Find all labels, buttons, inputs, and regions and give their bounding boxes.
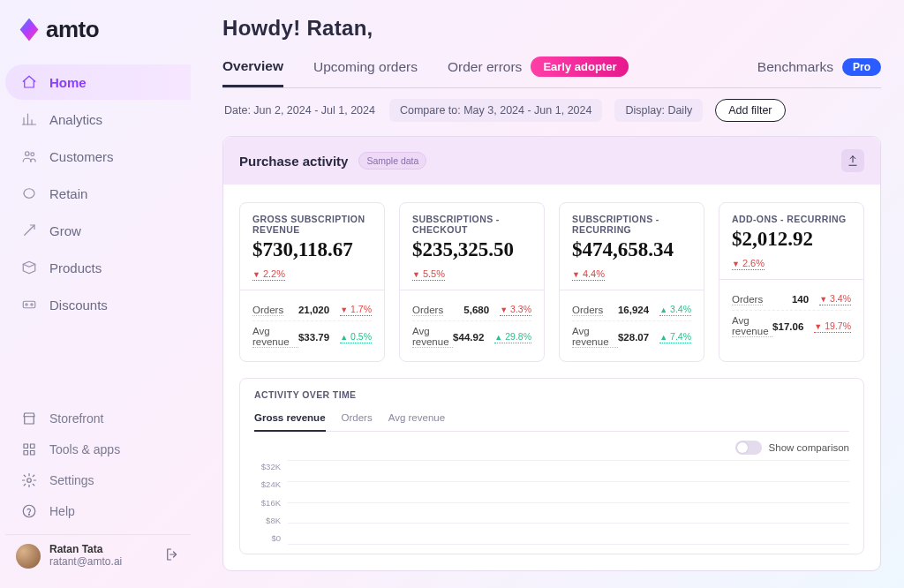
chart-tab-gross-revenue[interactable]: Gross revenue: [254, 409, 326, 432]
svg-rect-6: [31, 444, 35, 449]
home-icon: [19, 73, 39, 91]
kpi-card[interactable]: GROSS SUBSCRIPTION REVENUE $730,118.67 2…: [239, 202, 385, 362]
stat-name: Avg revenue: [412, 326, 453, 348]
svg-rect-8: [31, 451, 35, 456]
stat-delta: 3.4%: [659, 304, 691, 316]
tab-upcoming-orders[interactable]: Upcoming orders: [313, 50, 418, 86]
brand-logo[interactable]: amto: [5, 16, 191, 43]
kpi-card[interactable]: SUBSCRIPTIONS - RECURRING $474,658.34 4.…: [559, 202, 704, 362]
stat-name: Avg revenue: [572, 326, 618, 348]
kpi-delta: 2.6%: [732, 258, 765, 270]
y-tick: $8K: [254, 516, 281, 525]
y-tick: $32K: [254, 462, 281, 471]
stat-name: Orders: [572, 305, 603, 316]
discounts-icon: [19, 296, 39, 313]
tab-label: Overview: [222, 58, 283, 74]
early-adopter-badge: Early adopter: [531, 57, 629, 77]
comparison-toggle-row: Show comparison: [254, 441, 849, 455]
chart-area: $32K$24K$16K$8K$0: [254, 460, 849, 545]
sidebar-item-label: Settings: [49, 473, 94, 487]
sidebar-item-retain[interactable]: Retain: [5, 176, 191, 211]
export-button[interactable]: [841, 149, 864, 172]
kpi-orders-row: Orders 5,680 3.3%: [412, 299, 531, 320]
svg-point-1: [31, 153, 34, 156]
stat-name: Orders: [412, 305, 443, 316]
stat-delta: 19.7%: [814, 320, 851, 333]
y-tick: $0: [254, 533, 281, 543]
chart-tab-orders[interactable]: Orders: [342, 409, 373, 431]
kpi-delta: 5.5%: [412, 268, 445, 281]
help-icon: [19, 503, 39, 519]
filter-bar: Date: Jun 2, 2024 - Jul 1, 2024 Compare …: [222, 99, 881, 122]
kpi-label: ADD-ONS - RECURRING: [732, 214, 851, 224]
kpi-label: SUBSCRIPTIONS - CHECKOUT: [412, 214, 531, 235]
kpi-orders-row: Orders 16,924 3.4%: [572, 299, 691, 320]
panel-title: Purchase activity: [239, 154, 348, 169]
add-filter-button[interactable]: Add filter: [715, 99, 785, 122]
sidebar-item-settings[interactable]: Settings: [5, 466, 191, 494]
tab-benchmarks[interactable]: Benchmarks Pro: [757, 49, 881, 87]
brand-name: amto: [46, 16, 99, 43]
show-comparison-toggle[interactable]: [735, 441, 762, 455]
stat-value: 140: [792, 294, 809, 305]
sample-data-chip: Sample data: [358, 152, 426, 170]
analytics-icon: [19, 110, 39, 128]
tab-label: Order errors: [448, 59, 522, 75]
kpi-delta: 2.2%: [252, 268, 285, 281]
filter-compare-range[interactable]: Compare to: May 3, 2024 - Jun 1, 2024: [389, 99, 603, 122]
grow-icon: [19, 222, 39, 239]
kpi-card[interactable]: SUBSCRIPTIONS - CHECKOUT $235,325.50 5.5…: [399, 202, 545, 362]
sidebar-item-customers[interactable]: Customers: [5, 139, 191, 174]
sidebar-item-discounts[interactable]: Discounts: [5, 287, 191, 322]
sidebar-item-analytics[interactable]: Analytics: [5, 102, 191, 137]
sidebar-item-grow[interactable]: Grow: [5, 213, 191, 248]
svg-point-11: [28, 514, 29, 515]
products-icon: [19, 259, 39, 276]
sidebar-item-storefront[interactable]: Storefront: [5, 404, 191, 433]
user-row[interactable]: Ratan Tata ratant@amto.ai: [5, 534, 191, 577]
main-content: Howdy! Ratan, Overview Upcoming orders O…: [196, 0, 904, 588]
filter-display-granularity[interactable]: Display: Daily: [614, 99, 703, 122]
svg-rect-7: [24, 451, 28, 456]
stat-delta: 0.5%: [340, 331, 372, 343]
chart-y-axis: $32K$24K$16K$8K$0: [254, 460, 281, 545]
sidebar-item-products[interactable]: Products: [5, 250, 191, 285]
sidebar-item-help[interactable]: Help: [5, 497, 191, 525]
stat-name: Orders: [252, 305, 283, 316]
tab-overview[interactable]: Overview: [222, 49, 283, 87]
sidebar-item-home[interactable]: Home: [5, 64, 191, 100]
y-tick: $16K: [254, 498, 281, 508]
secondary-nav: Storefront Tools & apps Settings Help: [5, 404, 191, 525]
tab-label: Benchmarks: [757, 59, 833, 75]
chart-tabs: Gross revenue Orders Avg revenue: [254, 409, 849, 432]
logout-icon[interactable]: [164, 547, 180, 566]
sidebar-item-label: Discounts: [49, 298, 108, 313]
chart-tab-avg-revenue[interactable]: Avg revenue: [388, 409, 445, 431]
user-email: ratant@amto.ai: [49, 556, 122, 569]
kpi-value: $235,325.50: [412, 238, 531, 261]
sidebar-item-label: Grow: [49, 223, 81, 238]
user-info: Ratan Tata ratant@amto.ai: [49, 544, 122, 569]
stat-value: 5,680: [463, 305, 489, 315]
tools-icon: [19, 441, 39, 457]
stat-delta: 3.4%: [819, 293, 851, 305]
kpi-avg-row: Avg revenue $28.07 7.4%: [572, 320, 691, 352]
kpi-orders-row: Orders 140 3.4%: [732, 289, 851, 310]
kpi-card[interactable]: ADD-ONS - RECURRING $2,012.92 2.6% Order…: [719, 202, 864, 362]
stat-value: $33.79: [298, 332, 329, 343]
filter-date-range[interactable]: Date: Jun 2, 2024 - Jul 1, 2024: [222, 99, 377, 122]
brand-mark-icon: [18, 19, 41, 41]
tab-order-errors[interactable]: Order errors Early adopter: [448, 48, 629, 87]
sidebar-item-label: Tools & apps: [49, 442, 120, 456]
stat-value: $17.06: [772, 321, 803, 332]
kpi-orders-row: Orders 21,020 1.7%: [252, 299, 372, 320]
tab-label: Upcoming orders: [313, 59, 418, 75]
settings-icon: [19, 472, 39, 488]
stat-value: $44.92: [453, 332, 484, 343]
kpi-cards: GROSS SUBSCRIPTION REVENUE $730,118.67 2…: [223, 202, 880, 378]
sidebar-item-label: Help: [49, 504, 75, 518]
avatar: [16, 544, 41, 569]
user-name: Ratan Tata: [49, 544, 122, 556]
sidebar-item-tools[interactable]: Tools & apps: [5, 435, 191, 464]
purchase-activity-panel: Purchase activity Sample data GROSS SUBS…: [222, 136, 881, 571]
